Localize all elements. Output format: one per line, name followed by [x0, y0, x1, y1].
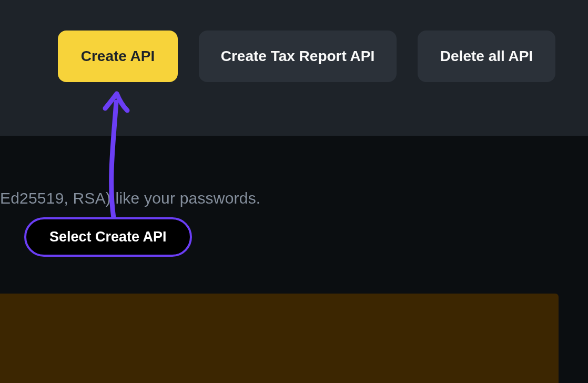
- create-tax-report-api-button[interactable]: Create Tax Report API: [199, 31, 397, 82]
- annotation-bubble: Select Create API: [24, 217, 192, 257]
- delete-all-api-button[interactable]: Delete all API: [418, 31, 555, 82]
- passwords-hint-text: Ed25519, RSA) like your passwords.: [0, 189, 260, 207]
- create-api-button[interactable]: Create API: [58, 31, 178, 82]
- notice-panel: [0, 294, 559, 383]
- button-row: Create API Create Tax Report API Delete …: [0, 31, 588, 82]
- top-bar: Create API Create Tax Report API Delete …: [0, 0, 588, 136]
- annotation-label: Select Create API: [49, 229, 167, 245]
